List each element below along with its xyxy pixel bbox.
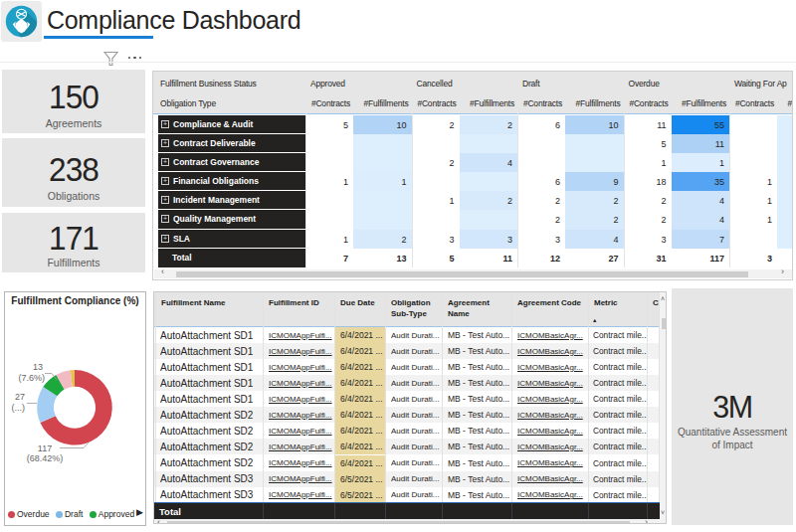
svg-text:13: 13 [33, 362, 43, 372]
svg-text:(7.6%): (7.6%) [18, 373, 45, 383]
svg-text:117: 117 [38, 443, 52, 453]
svg-text:(...): (...) [12, 403, 26, 413]
svg-text:(68.42%): (68.42%) [27, 453, 64, 463]
svg-text:27: 27 [15, 392, 25, 402]
